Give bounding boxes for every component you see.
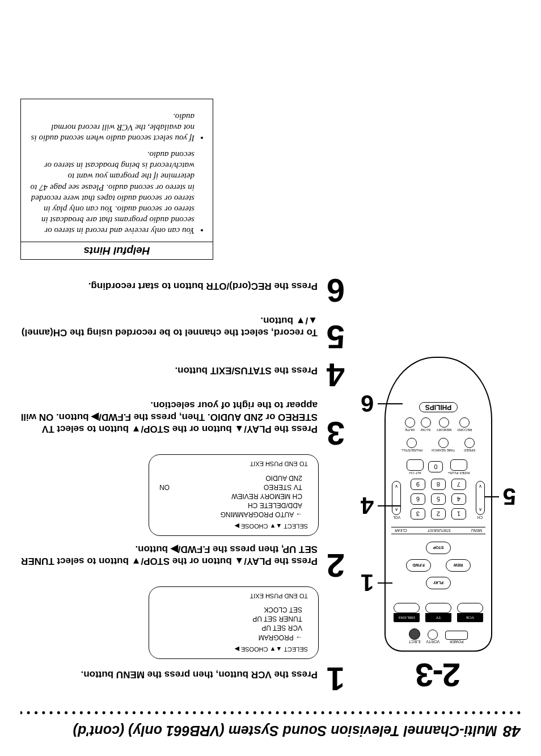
- label-pausestill: PAUSE/STILL: [401, 449, 423, 452]
- eject-button: [409, 628, 420, 640]
- step-text: Press the REC(ord)/OTR button to start r…: [88, 280, 318, 292]
- label-tv: TV: [425, 613, 451, 622]
- label-power: POWER: [450, 640, 464, 644]
- num-0: 0: [428, 462, 443, 473]
- num-7: 7: [451, 479, 466, 490]
- callout-5: 5: [503, 483, 516, 510]
- osd-item: VCR SET UP: [159, 623, 302, 632]
- keypad: 1 2 3 4 5 6 7 8 9: [411, 479, 466, 520]
- label-speed: SPEED: [464, 449, 475, 452]
- label-mute: MUTE: [405, 428, 415, 432]
- num-9: 9: [411, 479, 425, 490]
- step-text: Press the VCR button, then press the MEN…: [81, 669, 318, 681]
- vol-rocker: ∧∨: [392, 481, 401, 515]
- speed-button: [464, 438, 475, 448]
- mute-button: [405, 417, 415, 428]
- osd-item: SET CLOCK: [159, 605, 302, 614]
- step-text: Press the PLAY/▲ button or the STOP/▼ bu…: [20, 543, 318, 567]
- brand-logo: PHILIPS: [419, 402, 458, 412]
- num-4: 4: [451, 493, 466, 505]
- callout-4: 4: [361, 492, 374, 519]
- callout-6: 6: [361, 390, 374, 417]
- step-2: 2 Press the PLAY/▲ button or the STOP/▼ …: [20, 543, 345, 578]
- label-indexplus: INDEX PLUS+: [447, 471, 470, 475]
- step-number: 4: [321, 361, 345, 387]
- label-record: RECORD: [457, 428, 472, 432]
- helpful-hints-box: Helpful Hints You can only receive and r…: [20, 99, 213, 260]
- label-vcrtv: VCR/TV: [426, 640, 439, 644]
- step-6: 6 Press the REC(ord)/OTR button to start…: [20, 277, 345, 303]
- num-6: 6: [411, 493, 425, 505]
- osd-item: TV STEREO: [264, 483, 302, 492]
- label-eject: EJECT: [409, 640, 421, 644]
- slow-button: [421, 417, 431, 428]
- chevron-up-icon: ∧: [479, 507, 482, 512]
- remote-column: 2-3 POWER VCR/TV EJECT VCR TV DBL/DSS PL…: [356, 357, 521, 694]
- osd-item-value: ON: [159, 483, 170, 492]
- page-title: Multi-Channel Television Sound System (V…: [73, 723, 497, 739]
- stop-button: STOP: [426, 542, 451, 554]
- label-slow: SLOW: [421, 428, 431, 432]
- num-2: 2: [431, 508, 446, 520]
- step-4: 4 Press the STATUS/EXIT button.: [20, 361, 345, 387]
- label-vol: VOL: [393, 516, 400, 520]
- divider-dotted: • • • • • • • • • • • • • • • • • • • • …: [20, 707, 521, 719]
- step-number: 5: [321, 324, 345, 350]
- osd-header: SELECT ▲▼ CHOOSE ▶: [159, 645, 308, 653]
- osd-item: → AUTO PROGRAMMING: [159, 510, 302, 519]
- label-menu: MENU: [471, 529, 482, 533]
- num-3: 3: [411, 508, 425, 520]
- label-ch: CH: [477, 516, 483, 520]
- step-number: 1: [321, 666, 345, 692]
- memory-button: [439, 417, 449, 428]
- timesearch-button: [438, 438, 449, 448]
- steps-column: 1 Press the VCR button, then press the M…: [20, 99, 345, 694]
- chevron-down-icon: ∨: [479, 484, 482, 489]
- power-button: [445, 631, 468, 640]
- hint-item: You can only receive and record in stere…: [29, 149, 195, 236]
- osd-item: CH MEMORY REVIEW: [159, 492, 302, 501]
- osd-menu-2: SELECT ▲▼ CHOOSE ▶ → AUTO PROGRAMMING AD…: [149, 454, 319, 536]
- step-number: 6: [321, 277, 345, 303]
- play-button: PLAY: [426, 577, 451, 589]
- record-button: [459, 417, 470, 428]
- ffwd-button: F.FWD: [406, 559, 431, 572]
- indexplus-button: [450, 459, 467, 471]
- label-memory: MEMORY: [437, 428, 452, 432]
- callout-1: 1: [361, 569, 374, 596]
- content-columns: 2-3 POWER VCR/TV EJECT VCR TV DBL/DSS PL…: [20, 99, 521, 694]
- hints-title: Helpful Hints: [21, 242, 213, 259]
- remote-diagram: POWER VCR/TV EJECT VCR TV DBL/DSS PLAY R…: [384, 357, 492, 652]
- osd-item: TUNER SET UP: [159, 614, 302, 623]
- chevron-up-icon: ∧: [395, 507, 398, 512]
- step-text: To record, select the channel to be reco…: [20, 315, 318, 339]
- page-header: 48 Multi-Channel Television Sound System…: [20, 722, 521, 740]
- osd-header: SELECT ▲▼ CHOOSE ▶: [159, 522, 308, 530]
- label-clear: CLEAR: [395, 529, 407, 533]
- hint-item: If you select second audio when second a…: [29, 111, 195, 143]
- step-3: 3 Press the PLAY/▲ button or the STOP/▼ …: [20, 399, 345, 447]
- osd-menu-1: SELECT ▲▼ CHOOSE ▶ → PROGRAM VCR SET UP …: [149, 586, 319, 659]
- step-number: 2: [321, 552, 345, 578]
- step-number: 3: [321, 420, 345, 446]
- osd-item: → PROGRAM: [159, 632, 302, 641]
- callout-big-2-3: 2-3: [416, 656, 460, 694]
- step-text: Press the PLAY/▲ button or the STOP/▼ bu…: [20, 399, 318, 436]
- vcrtv-button: [428, 630, 438, 640]
- label-timesearch: TIME SEARCH: [432, 449, 455, 452]
- osd-footer: TO END PUSH EXIT: [159, 593, 308, 599]
- num-5: 5: [431, 493, 446, 505]
- label-dbldss: DBL/DSS: [394, 613, 420, 622]
- page-number: 48: [503, 722, 521, 740]
- pausestill-button: [407, 438, 417, 448]
- label-vcr: VCR: [457, 613, 483, 622]
- rew-button: REW: [446, 559, 471, 572]
- label-statusexit: STATUS/EXIT: [428, 529, 451, 533]
- num-1: 1: [451, 508, 466, 520]
- osd-footer: TO END PUSH EXIT: [159, 461, 308, 467]
- step-1: 1 Press the VCR button, then press the M…: [20, 666, 345, 692]
- altch-button: [407, 459, 424, 471]
- vcr-button: [457, 603, 483, 613]
- tv-button: [425, 603, 451, 613]
- osd-item: 2ND AUDIO: [265, 473, 302, 482]
